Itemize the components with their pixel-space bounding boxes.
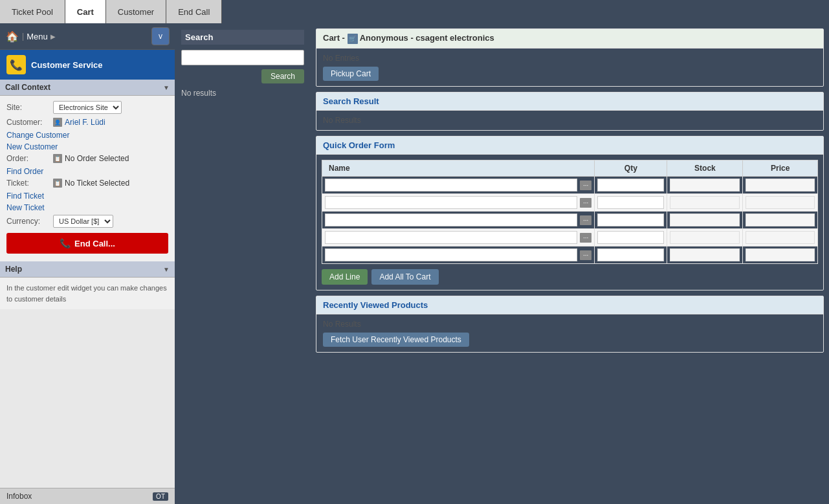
qo-qty-cell-1 bbox=[595, 194, 667, 212]
cart-no-entries: No Entries bbox=[323, 54, 817, 63]
col-qty: Qty bbox=[595, 160, 667, 177]
qo-price-value-1 bbox=[746, 196, 815, 209]
site-select[interactable]: Electronics Site bbox=[53, 101, 122, 114]
qo-name-cell-2: ··· bbox=[322, 212, 595, 229]
quick-order-header: Quick Order Form bbox=[316, 137, 823, 155]
quick-order-body: Name Qty Stock Price ··············· Add… bbox=[316, 155, 823, 290]
search-button[interactable]: Search bbox=[261, 69, 304, 83]
currency-row: Currency: US Dollar [$] bbox=[6, 215, 168, 228]
infobox-label: Infobox bbox=[6, 492, 32, 501]
order-icon: 📋 bbox=[53, 154, 62, 163]
qo-name-cell-0: ··· bbox=[322, 177, 595, 194]
qo-price-value-2 bbox=[746, 214, 815, 226]
order-row: Order: 📋 No Order Selected bbox=[6, 154, 168, 163]
qo-stock-cell-0 bbox=[667, 177, 743, 194]
tab-cart[interactable]: Cart bbox=[65, 0, 106, 23]
customer-icon: 👤 bbox=[53, 118, 62, 127]
qo-dots-button-1[interactable]: ··· bbox=[580, 198, 591, 208]
qo-qty-input-0[interactable] bbox=[597, 179, 664, 192]
layout: 🏠 | Menu ▶ v 📞 Customer Service Call Con… bbox=[0, 23, 829, 504]
qo-name-input-4[interactable] bbox=[325, 248, 577, 261]
col-name: Name bbox=[322, 160, 595, 177]
qo-qty-input-2[interactable] bbox=[597, 214, 664, 226]
qo-stock-cell-3 bbox=[667, 229, 743, 247]
fetch-recently-viewed-button[interactable]: Fetch User Recently Viewed Products bbox=[323, 333, 469, 347]
table-row: ··· bbox=[322, 212, 818, 229]
qo-dots-button-2[interactable]: ··· bbox=[580, 215, 591, 225]
qo-dots-button-3[interactable]: ··· bbox=[580, 233, 591, 243]
cart-icon: 🛒 bbox=[348, 34, 358, 44]
qo-dots-button-4[interactable]: ··· bbox=[580, 250, 591, 260]
qo-stock-cell-4 bbox=[667, 247, 743, 264]
rv-title: Recently Viewed Products bbox=[323, 300, 428, 310]
find-order-link[interactable]: Find Order bbox=[6, 167, 168, 176]
qo-name-input-0[interactable] bbox=[325, 179, 577, 192]
quick-order-section: Quick Order Form Name Qty Stock Price bbox=[316, 136, 824, 290]
new-customer-link[interactable]: New Customer bbox=[6, 142, 168, 151]
qo-price-value-4 bbox=[746, 248, 815, 261]
cs-title: Customer Service bbox=[31, 60, 103, 70]
infobox-badge: OT bbox=[153, 492, 168, 501]
new-ticket-link[interactable]: New Ticket bbox=[6, 203, 168, 212]
table-row: ··· bbox=[322, 177, 818, 194]
ticket-row: Ticket: 📋 No Ticket Selected bbox=[6, 179, 168, 188]
change-customer-link[interactable]: Change Customer bbox=[6, 131, 168, 140]
qo-dots-button-0[interactable]: ··· bbox=[580, 181, 591, 190]
add-line-button[interactable]: Add Line bbox=[322, 269, 368, 285]
customer-link[interactable]: Ariel F. Lüdi bbox=[65, 118, 105, 127]
right-main: Cart - 🛒 Anonymous - csagent electronics… bbox=[311, 23, 829, 504]
qo-qty-input-3[interactable] bbox=[597, 231, 664, 244]
tab-customer[interactable]: Customer bbox=[106, 0, 166, 23]
qo-stock-value-3 bbox=[670, 231, 740, 244]
qo-name-input-2[interactable] bbox=[325, 214, 577, 226]
qo-stock-value-2 bbox=[670, 214, 740, 226]
rv-header: Recently Viewed Products bbox=[316, 296, 823, 314]
tab-ticket-pool[interactable]: Ticket Pool bbox=[0, 0, 65, 23]
rv-body: No Results Fetch User Recently Viewed Pr… bbox=[316, 314, 823, 352]
qo-price-cell-0 bbox=[743, 177, 818, 194]
collapse-arrow-icon[interactable]: ▼ bbox=[163, 84, 170, 91]
end-call-phone-icon: 📞 bbox=[60, 238, 71, 248]
search-input[interactable] bbox=[181, 50, 304, 65]
quick-order-table: Name Qty Stock Price ··············· bbox=[322, 160, 818, 264]
qo-price-value-3 bbox=[746, 231, 815, 244]
context-body: Site: Electronics Site Customer: 👤 Ariel… bbox=[0, 96, 175, 261]
qo-price-cell-2 bbox=[743, 212, 818, 229]
qo-qty-input-4[interactable] bbox=[597, 248, 664, 261]
end-call-button[interactable]: 📞 End Call... bbox=[6, 233, 168, 254]
sidebar: 🏠 | Menu ▶ v 📞 Customer Service Call Con… bbox=[0, 23, 175, 504]
search-result-section: Search Result No Results bbox=[316, 92, 824, 131]
search-result-title: Search Result bbox=[323, 96, 379, 106]
qo-qty-cell-4 bbox=[595, 247, 667, 264]
add-all-button[interactable]: Add All To Cart bbox=[371, 269, 438, 285]
cart-section: Cart - 🛒 Anonymous - csagent electronics… bbox=[316, 28, 824, 87]
qo-name-cell-4: ··· bbox=[322, 247, 595, 264]
qo-name-input-3[interactable] bbox=[325, 231, 577, 244]
sidebar-header: 🏠 | Menu ▶ v bbox=[0, 23, 175, 50]
menu-button[interactable]: Menu ▶ bbox=[27, 32, 56, 41]
find-ticket-link[interactable]: Find Ticket bbox=[6, 192, 168, 201]
customer-row: Customer: 👤 Ariel F. Lüdi bbox=[6, 118, 168, 127]
help-collapse-icon[interactable]: ▼ bbox=[163, 266, 170, 273]
qo-price-cell-3 bbox=[743, 229, 818, 247]
ticket-icon: 📋 bbox=[53, 179, 62, 188]
site-row: Site: Electronics Site bbox=[6, 101, 168, 114]
divider: | bbox=[22, 32, 24, 41]
qo-price-cell-4 bbox=[743, 247, 818, 264]
content-area: Search Search No results Cart - 🛒 Anonym… bbox=[175, 23, 829, 504]
qo-qty-input-1[interactable] bbox=[597, 196, 664, 209]
qo-stock-value-4 bbox=[670, 248, 740, 261]
tab-end-call[interactable]: End Call bbox=[166, 0, 222, 23]
call-context-header: Call Context ▼ bbox=[0, 80, 175, 96]
cs-phone-icon: 📞 bbox=[6, 55, 26, 74]
search-no-results: No results bbox=[181, 83, 304, 98]
search-result-body: No Results bbox=[316, 111, 823, 130]
pickup-cart-button[interactable]: Pickup Cart bbox=[323, 67, 379, 81]
table-row: ··· bbox=[322, 247, 818, 264]
qo-name-input-1[interactable] bbox=[325, 196, 577, 209]
currency-select[interactable]: US Dollar [$] bbox=[53, 215, 113, 228]
qo-price-cell-1 bbox=[743, 194, 818, 212]
qo-qty-cell-2 bbox=[595, 212, 667, 229]
home-icon[interactable]: 🏠 bbox=[5, 29, 19, 43]
infobox-bar: Infobox OT bbox=[0, 488, 175, 504]
